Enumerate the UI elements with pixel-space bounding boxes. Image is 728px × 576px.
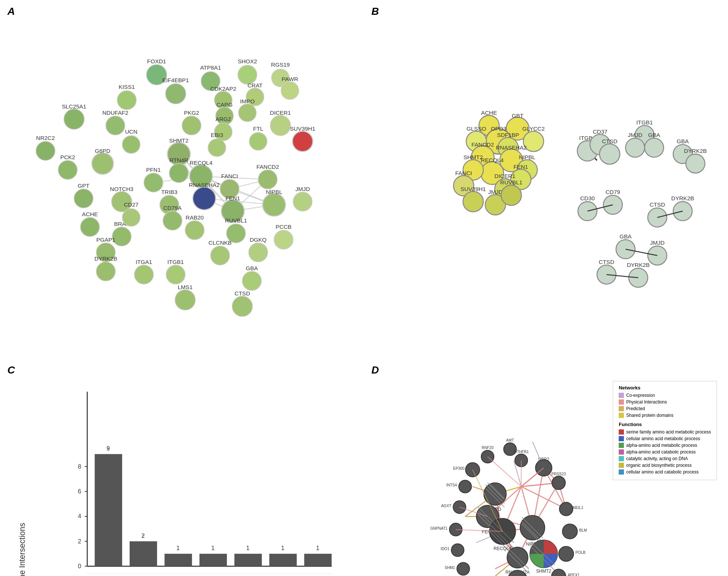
svg-text:SHMT2: SHMT2 (169, 137, 189, 144)
svg-text:FANCI: FANCI (455, 170, 472, 176)
shared-label: Shared protein domains (626, 413, 673, 418)
svg-text:MTHFB1: MTHFB1 (513, 450, 529, 454)
svg-text:RUVBL1: RUVBL1 (500, 179, 522, 185)
svg-point-110 (96, 262, 115, 281)
bar-6 (269, 554, 297, 566)
svg-text:PGAP1: PGAP1 (96, 237, 115, 243)
svg-text:JMJD: JMJD (488, 189, 502, 195)
svg-point-188 (625, 138, 644, 157)
panel-b-network: GBT ACHE OPD3 GLYCC2 GLSSO SDF1BP FANCD2 (372, 7, 721, 351)
svg-text:OPD3: OPD3 (491, 125, 506, 132)
svg-text:CD79A: CD79A (163, 205, 182, 211)
svg-text:PAWR: PAWR (282, 76, 298, 82)
svg-text:EBI3: EBI3 (211, 132, 223, 138)
svg-point-92 (263, 193, 286, 216)
svg-text:GNPNAT1: GNPNAT1 (430, 526, 448, 530)
alpha-metabolic-label: alpha-amino acid metabolic process (626, 443, 697, 448)
svg-text:DYRK2B: DYRK2B (684, 148, 707, 154)
cellular-catabolic-label: cellular amino acid catabolic process (626, 469, 698, 475)
svg-point-438 (552, 476, 565, 489)
physical-color (619, 399, 624, 405)
svg-point-460 (451, 544, 464, 556)
legend-alpha-metabolic: alpha-amino acid metabolic process (619, 443, 711, 448)
svg-point-106 (249, 243, 267, 262)
panel-a-network: FOXD1 KISS1 EIF4EBP1 ATP8A1 SHOX2 RGS19 … (7, 7, 357, 351)
svg-text:AMT: AMT (506, 439, 513, 443)
svg-text:FEN1: FEN1 (513, 164, 528, 170)
svg-point-116 (242, 271, 261, 290)
svg-text:1: 1 (316, 545, 319, 552)
svg-text:CTSD: CTSD (602, 138, 617, 144)
svg-point-58 (249, 133, 267, 150)
svg-text:↑: ↑ (107, 446, 109, 452)
svg-text:SHMT2: SHMT2 (463, 154, 483, 160)
legend-cellular-catabolic: cellular amino acid catabolic process (619, 469, 711, 475)
svg-text:ATP8A1: ATP8A1 (200, 64, 221, 71)
svg-text:RNF20: RNF20 (482, 446, 493, 450)
svg-text:0: 0 (78, 563, 81, 569)
svg-point-42 (106, 116, 125, 135)
svg-text:RUVBL1: RUVBL1 (225, 217, 247, 224)
svg-text:NIPBL: NIPBL (266, 189, 282, 195)
svg-text:GBA: GBA (619, 233, 632, 240)
svg-point-84 (163, 211, 182, 230)
svg-point-118 (175, 290, 195, 310)
svg-text:GPT: GPT (78, 182, 90, 189)
svg-text:GBA: GBA (246, 265, 258, 271)
svg-point-40 (64, 109, 84, 129)
svg-text:CDK2AP2: CDK2AP2 (210, 86, 236, 92)
svg-text:POLB: POLB (575, 551, 585, 555)
svg-point-20 (117, 91, 136, 110)
svg-point-458 (457, 563, 469, 575)
svg-point-86 (185, 221, 204, 240)
svg-text:TRIB3: TRIB3 (161, 189, 177, 195)
svg-text:PCCB: PCCB (276, 224, 292, 230)
panel-a-label: A (7, 6, 15, 17)
panel-d: D Networks Co-expression Physical Intera… (364, 359, 728, 576)
svg-text:CD30: CD30 (580, 195, 594, 201)
svg-text:FANCD2: FANCD2 (256, 164, 279, 170)
svg-text:FEN1: FEN1 (226, 195, 240, 201)
svg-point-38 (239, 104, 256, 122)
svg-point-120 (232, 296, 253, 317)
svg-text:ITGB1: ITGB1 (167, 259, 184, 265)
svg-point-176 (501, 185, 521, 205)
svg-text:NOTCH3: NOTCH3 (110, 186, 133, 192)
svg-text:SDF1BP: SDF1BP (497, 132, 519, 138)
bar-7 (304, 554, 332, 566)
svg-text:RECQL4: RECQL4 (481, 157, 503, 163)
svg-text:NIPBL: NIPBL (519, 154, 535, 160)
svg-point-442 (562, 524, 577, 539)
svg-text:RNASEHA2: RNASEHA2 (189, 182, 220, 188)
legend-coexpression: Co-expression (619, 393, 711, 398)
svg-text:DICER1: DICER1 (494, 173, 515, 179)
alpha-metabolic-color (619, 443, 624, 448)
bar-2 (130, 542, 157, 566)
legend-box: Networks Co-expression Physical Interact… (613, 381, 717, 480)
legend-shared: Shared protein domains (619, 413, 711, 418)
svg-text:1: 1 (281, 545, 285, 552)
bar-3 (164, 554, 192, 566)
alpha-catabolic-color (619, 449, 624, 455)
svg-text:JMJD: JMJD (295, 186, 310, 192)
svg-point-96 (80, 217, 99, 236)
d-network-nodes: G6PD FEN1 NIPBL (430, 439, 587, 576)
svg-text:SHOX2: SHOX2 (238, 58, 257, 64)
svg-text:SUV39H1: SUV39H1 (460, 186, 486, 192)
panel-b: B (364, 0, 728, 359)
svg-text:IMPO: IMPO (240, 98, 255, 104)
svg-text:DICER1: DICER1 (270, 110, 291, 116)
svg-text:BLM: BLM (579, 528, 587, 532)
serine-label: serine family amino acid metabolic proce… (626, 429, 711, 435)
panel-b-label: B (372, 6, 379, 17)
svg-text:DYRK2B: DYRK2B (671, 195, 694, 201)
svg-text:CTSD: CTSD (599, 259, 614, 265)
svg-text:APEX1: APEX1 (568, 573, 580, 576)
svg-point-446 (551, 569, 565, 576)
svg-text:CAPG: CAPG (216, 101, 233, 108)
svg-text:SHM1: SHM1 (445, 566, 455, 570)
svg-line-375 (521, 487, 566, 509)
svg-text:FTL: FTL (253, 125, 263, 132)
svg-text:CD37: CD37 (593, 128, 607, 135)
svg-point-34 (281, 82, 299, 100)
